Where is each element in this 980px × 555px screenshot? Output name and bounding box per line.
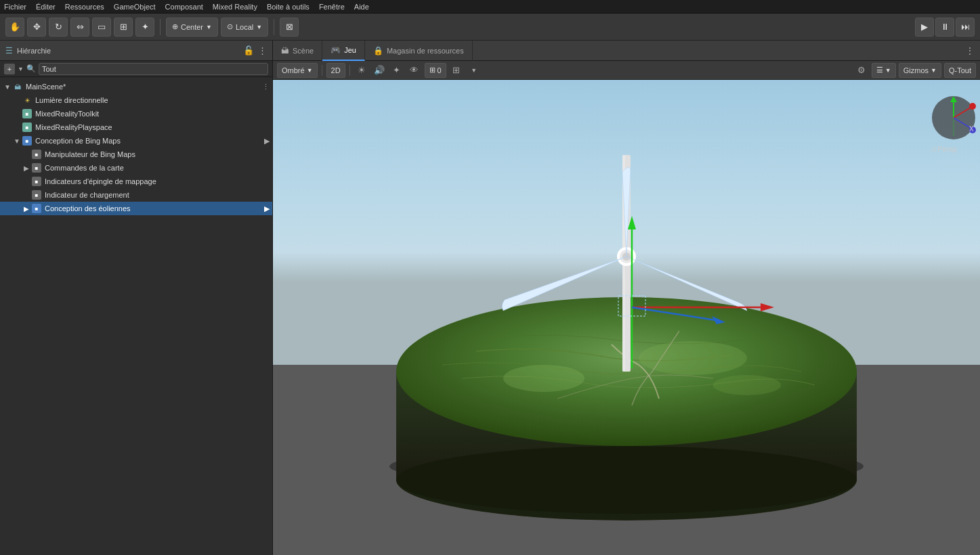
indicateur-chargement-icon: ■	[31, 190, 42, 200]
snap-button[interactable]: ⊠	[280, 18, 299, 37]
menu-ressources[interactable]: Ressources	[65, 3, 104, 11]
local-icon: ⊙	[227, 22, 233, 31]
tree-item-mrtoolkit[interactable]: ■ MixedRealityToolkit	[0, 107, 272, 120]
center-label: Center	[181, 23, 203, 31]
toolbar: ✋ ✥ ↻ ⇔ ▭ ⊞ ✦ ⊕ Center ▼ ⊙ Local ▼ ⊠ ▶ ⏸…	[0, 14, 980, 41]
scene-tab-label: Scène	[293, 47, 314, 55]
menu-fenetre[interactable]: Fenêtre	[319, 3, 345, 11]
hierarchy-header-icons: 🔓 ⋮	[243, 45, 267, 56]
svg-point-9	[639, 341, 747, 375]
custom-tool-button[interactable]: ✦	[135, 18, 154, 37]
expand-arrow-commandes: ▶	[22, 164, 31, 172]
conception-eoliennes-icon: ■	[31, 203, 42, 214]
tree-item-indicateurs-epingle[interactable]: ■ Indicateurs d'épingle de mappage	[0, 175, 272, 188]
menu-boite-outils[interactable]: Boite à outils	[267, 3, 310, 11]
scene-more-icon[interactable]: ⋮	[262, 83, 270, 91]
hierarchy-add-button[interactable]: +	[4, 64, 15, 74]
pause-button[interactable]: ⏸	[935, 18, 954, 37]
gizmos-label: Gizmos	[903, 66, 929, 74]
menu-fichier[interactable]: Fichier	[4, 3, 26, 11]
move-tool-button[interactable]: ✥	[27, 18, 46, 37]
scale-tool-button[interactable]: ⇔	[70, 18, 89, 37]
tree-label-lumiere: Lumière directionnelle	[35, 96, 108, 104]
chevron-down-icon-2: ▼	[256, 24, 262, 30]
rect-tool-button[interactable]: ▭	[92, 18, 111, 37]
menu-aide[interactable]: Aide	[354, 3, 369, 11]
more-icon[interactable]: ⋮	[258, 45, 267, 56]
svg-point-7	[396, 446, 857, 514]
shade-label: Ombré	[282, 66, 305, 74]
svg-point-28	[969, 103, 976, 110]
tab-jeu[interactable]: 🎮 Jeu	[322, 41, 365, 61]
two-d-button[interactable]: 2D	[326, 63, 345, 78]
tree-label-conception-eoliennes: Conception des éoliennes	[45, 204, 131, 213]
tree-item-main-scene[interactable]: ▼ 🏔 MainScene* ⋮	[0, 80, 272, 93]
step-button[interactable]: ⏭	[956, 18, 975, 37]
tree-item-mrplayspace[interactable]: ■ MixedRealityPlayspace	[0, 120, 272, 134]
transform-tool-button[interactable]: ⊞	[114, 18, 133, 37]
menu-composant[interactable]: Composant	[165, 3, 203, 11]
hierarchy-title: Hiérarchie	[17, 47, 51, 55]
fx-button[interactable]: ✦	[389, 63, 404, 78]
expand-arrow-conception-bing: ▼	[12, 137, 22, 145]
grid-chevron-icon[interactable]: ▼	[467, 63, 482, 78]
local-label: Local	[236, 23, 253, 31]
eoliennes-arrow-icon: ▶	[264, 204, 270, 213]
hierarchy-header: ☰ Hiérarchie 🔓 ⋮	[0, 41, 272, 61]
tree-label-main-scene: MainScene*	[26, 83, 66, 91]
tree-item-commandes[interactable]: ▶ ■ Commandes de la carte	[0, 161, 272, 175]
gizmos-chevron-icon: ▼	[931, 67, 937, 74]
tree-item-indicateur-chargement[interactable]: ■ Indicateur de chargement	[0, 188, 272, 202]
menu-mixed-reality[interactable]: Mixed Reality	[213, 3, 257, 11]
lock-icon[interactable]: 🔓	[243, 45, 254, 56]
menu-gameobject[interactable]: GameObject	[114, 3, 156, 11]
tree-label-commandes: Commandes de la carte	[45, 164, 124, 172]
layer-counter[interactable]: ⊞ 0	[425, 63, 446, 78]
tab-scene[interactable]: 🏔 Scène	[273, 41, 322, 61]
pivot-icon: ⊕	[172, 22, 178, 31]
audio-button[interactable]: 🔊	[372, 63, 387, 78]
svg-text:X: X	[969, 125, 974, 133]
tree-item-conception-bing[interactable]: ▼ ■ Conception de Bing Maps ▶	[0, 134, 272, 148]
layers-dropdown[interactable]: ☰ ▼	[872, 63, 896, 78]
qtout-button[interactable]: Q-Tout	[944, 63, 976, 78]
tab-magasin[interactable]: 🔒 Magasin de ressources	[365, 41, 473, 61]
lumiere-icon: ☀	[22, 95, 33, 106]
expand-arrow-icon: ▼	[3, 83, 12, 91]
play-button[interactable]: ▶	[915, 18, 934, 37]
indicateurs-epingle-icon: ■	[31, 176, 42, 187]
shade-dropdown[interactable]: Ombré ▼	[277, 63, 318, 78]
layers-chevron-icon: ▼	[885, 67, 891, 74]
menu-bar: Fichier Éditer Ressources GameObject Com…	[0, 0, 980, 14]
dropdown-arrow-icon: ▼	[18, 66, 24, 72]
toolbar-separator-2	[274, 19, 274, 35]
menu-editer[interactable]: Éditer	[36, 3, 56, 11]
tree-item-lumiere[interactable]: ☀ Lumière directionnelle	[0, 93, 272, 107]
tree-label-conception-bing: Conception de Bing Maps	[35, 137, 121, 145]
scene-lighting-button[interactable]: ☀	[354, 63, 369, 78]
layers-icon: ☰	[876, 66, 883, 74]
two-d-label: 2D	[331, 66, 341, 74]
center-button[interactable]: ⊕ Center ▼	[166, 18, 218, 37]
local-button[interactable]: ⊙ Local ▼	[221, 18, 268, 37]
viewport-canvas: X ◁ Persp	[273, 80, 980, 555]
viewport-tabs-more[interactable]: ⋮	[960, 45, 980, 56]
tree-item-conception-eoliennes[interactable]: ▶ ■ Conception des éoliennes ▶	[0, 202, 272, 215]
layer-icon: ⊞	[429, 66, 435, 74]
hand-tool-button[interactable]: ✋	[5, 18, 24, 37]
search-icon: 🔍	[26, 64, 36, 73]
hierarchy-panel: ☰ Hiérarchie 🔓 ⋮ + ▼ 🔍 ▼ 🏔 MainScene* ⋮	[0, 41, 273, 555]
rotate-tool-button[interactable]: ↻	[49, 18, 68, 37]
svg-point-10	[503, 365, 584, 392]
tree-item-manipulateur[interactable]: ■ Manipulateur de Bing Maps	[0, 148, 272, 161]
main-layout: ☰ Hiérarchie 🔓 ⋮ + ▼ 🔍 ▼ 🏔 MainScene* ⋮	[0, 41, 980, 555]
chevron-down-icon: ▼	[206, 24, 212, 30]
vt-sep-2	[349, 65, 350, 76]
hierarchy-search-input[interactable]	[39, 63, 268, 75]
grid-button[interactable]: ⊞	[449, 63, 464, 78]
scene-visibility-button[interactable]: 👁	[407, 63, 422, 78]
tree-label-mrplayspace: MixedRealityPlayspace	[35, 123, 112, 131]
scene-icon: 🏔	[12, 81, 23, 92]
gizmos-dropdown[interactable]: Gizmos ▼	[899, 63, 941, 78]
settings-button[interactable]: ⚙	[854, 63, 869, 78]
